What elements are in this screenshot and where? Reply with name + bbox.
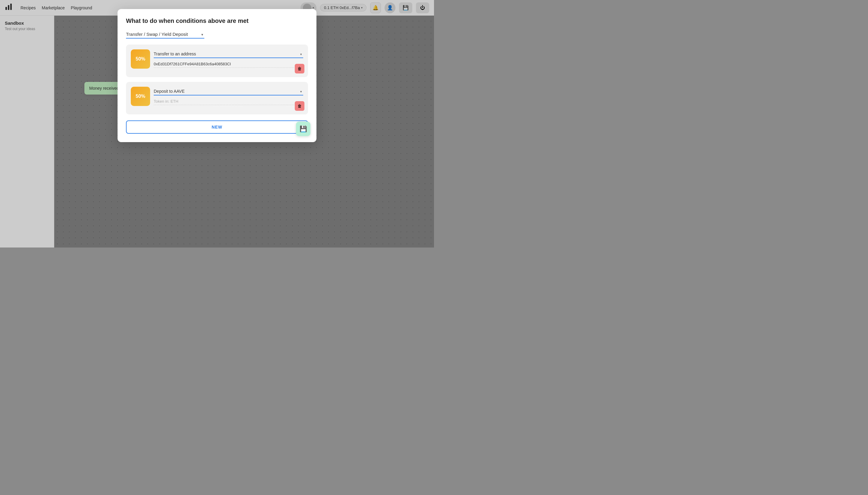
action-type-dropdown[interactable]: Transfer / Swap / Yield Deposit Other op… — [126, 30, 204, 38]
card-2-percent: 50% — [136, 93, 145, 99]
card-2-action-wrapper: Transfer to an address Deposit to AAVE S… — [154, 88, 303, 96]
new-action-button[interactable]: NEW — [126, 120, 308, 134]
modal: What to do when conditions above are met… — [117, 9, 316, 142]
card-1-action-wrapper: Transfer to an address Deposit to AAVE S… — [154, 50, 303, 58]
card-1-percent: 50% — [136, 56, 145, 62]
card-2-token-input[interactable] — [154, 98, 303, 105]
card-2-percent-badge: 50% — [131, 87, 150, 106]
action-card-2: 50% Transfer to an address Deposit to AA… — [126, 82, 308, 115]
modal-title: What to do when conditions above are met — [126, 17, 308, 24]
card-2-action-select[interactable]: Transfer to an address Deposit to AAVE S… — [154, 88, 303, 96]
action-type-dropdown-wrapper: Transfer / Swap / Yield Deposit Other op… — [126, 30, 204, 38]
save-float-button[interactable]: 💾 — [296, 122, 310, 136]
card-1-delete-button[interactable]: 🗑 — [295, 64, 305, 73]
card-1-address-input[interactable] — [154, 61, 303, 68]
card-2-right: Transfer to an address Deposit to AAVE S… — [154, 88, 303, 105]
card-1-action-select[interactable]: Transfer to an address Deposit to AAVE S… — [154, 50, 303, 58]
card-2-top: 50% Transfer to an address Deposit to AA… — [131, 87, 303, 106]
card-2-delete-button[interactable]: 🗑 — [295, 101, 305, 111]
card-1-right: Transfer to an address Deposit to AAVE S… — [154, 50, 303, 68]
card-1-percent-badge: 50% — [131, 49, 150, 69]
modal-overlay: What to do when conditions above are met… — [0, 0, 434, 248]
action-card-1: 50% Transfer to an address Deposit to AA… — [126, 45, 308, 77]
card-1-top: 50% Transfer to an address Deposit to AA… — [131, 49, 303, 69]
